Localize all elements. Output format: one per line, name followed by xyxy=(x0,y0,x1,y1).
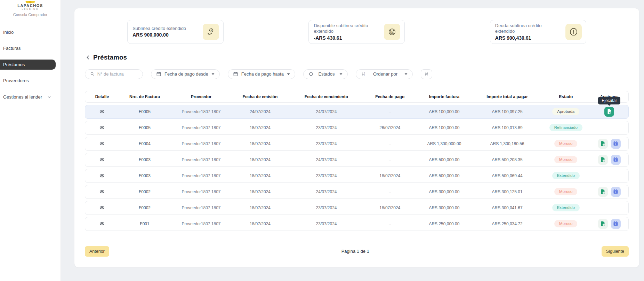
filter-date-to-button[interactable]: Fecha de pago hasta xyxy=(228,69,295,79)
calendar-plus-icon xyxy=(613,189,619,195)
table-header-cell: Importe factura xyxy=(416,94,473,99)
execute-loan-button[interactable] xyxy=(604,107,614,117)
status-badge: Moroso xyxy=(554,156,577,164)
execute-loan-button[interactable] xyxy=(598,187,608,197)
status-badge: Refinanciado xyxy=(549,124,582,132)
filter-date-from-label: Fecha de pago desde xyxy=(164,71,208,77)
search-input[interactable] xyxy=(97,71,138,77)
filter-sort-button[interactable]: az Ordenar por xyxy=(356,69,413,79)
total-amount: ARS 250,034.72 xyxy=(473,221,541,226)
total-amount: ARS 500,069.44 xyxy=(473,173,541,178)
filter-row: Fecha de pago desde Fecha de pago hasta … xyxy=(85,69,629,79)
filter-date-to-label: Fecha de pago hasta xyxy=(241,71,284,77)
extend-loan-button[interactable] xyxy=(611,139,621,149)
due-date: 24/07/2024 xyxy=(288,189,364,194)
table-header-cell: Fecha de emisión xyxy=(232,94,288,99)
view-detail-button[interactable] xyxy=(98,172,105,179)
sidebar-item-facturas[interactable]: Facturas xyxy=(0,43,56,53)
summary-card-title: Deuda sublínea crédito extendido xyxy=(495,23,558,34)
sidebar-item-proveedores[interactable]: Proveedores xyxy=(0,76,56,86)
table-header-cell: Estado xyxy=(541,94,590,99)
previous-page-button[interactable]: Anterior xyxy=(85,246,109,257)
invoice-search-field[interactable] xyxy=(85,69,143,79)
swap-vertical-icon xyxy=(424,71,429,77)
table-body: F0005Proveedor1807 180724/07/202424/07/2… xyxy=(85,105,629,231)
eye-icon xyxy=(99,173,105,178)
sidebar-item-inicio[interactable]: Inicio xyxy=(0,27,56,37)
view-detail-button[interactable] xyxy=(98,204,105,211)
document-check-icon xyxy=(600,157,606,163)
lapachos-flower-icon xyxy=(0,0,61,3)
payment-date: -- xyxy=(364,189,416,194)
payment-date: -- xyxy=(364,141,416,146)
provider-name: Proveedor1807 1807 xyxy=(170,141,232,146)
view-detail-button[interactable] xyxy=(98,108,105,115)
view-detail-button[interactable] xyxy=(98,124,105,131)
total-amount: ARS 300,041.67 xyxy=(473,205,541,210)
table-row: F0002Proveedor1807 180718/07/202423/07/2… xyxy=(85,201,629,215)
provider-name: Proveedor1807 1807 xyxy=(170,189,232,194)
sidebar: LAPACHOS LENDING Consola Comprador Inici… xyxy=(0,0,61,281)
extend-loan-button[interactable] xyxy=(611,155,621,165)
search-icon xyxy=(90,71,95,77)
issue-date: 18/07/2024 xyxy=(232,157,288,162)
execute-loan-button[interactable] xyxy=(598,219,608,229)
extend-loan-button[interactable] xyxy=(611,219,621,229)
caret-down-icon xyxy=(339,73,343,75)
document-check-icon xyxy=(600,189,606,195)
invoice-amount: ARS 250,000.00 xyxy=(416,221,473,226)
caret-down-icon xyxy=(211,73,215,75)
issue-date: 18/07/2024 xyxy=(232,205,288,210)
view-detail-button[interactable] xyxy=(98,156,105,163)
svg-text:$: $ xyxy=(211,29,212,32)
table-row: F0003Proveedor1807 180718/07/202424/07/2… xyxy=(85,153,629,167)
due-date: 23/07/2024 xyxy=(288,173,364,178)
invoice-number: F0003 xyxy=(119,157,170,162)
svg-text:$: $ xyxy=(392,30,393,33)
due-date: 24/07/2024 xyxy=(288,109,364,114)
calendar-plus-icon xyxy=(613,221,619,227)
extend-loan-button[interactable] xyxy=(611,187,621,197)
next-page-button[interactable]: Siguiente xyxy=(602,246,629,257)
execute-loan-button[interactable] xyxy=(598,155,608,165)
sidebar-item-gestiones-al-lender[interactable]: Gestiones al lender xyxy=(0,92,56,102)
invoice-number: F0004 xyxy=(119,141,170,146)
sidebar-item-label: Gestiones al lender xyxy=(3,94,42,100)
calendar-icon xyxy=(156,71,161,77)
sidebar-item-pr-stamos[interactable]: Préstamos xyxy=(0,60,56,70)
table-header-cell: Proveedor xyxy=(170,94,232,99)
logo: LAPACHOS LENDING xyxy=(0,0,61,10)
issue-date: 24/07/2024 xyxy=(232,109,288,114)
total-amount: ARS 500,208.35 xyxy=(473,157,541,162)
filter-states-button[interactable]: Estados xyxy=(303,69,348,79)
table-row: F0002Proveedor1807 180718/07/202424/07/2… xyxy=(85,185,629,199)
invoice-number: F0002 xyxy=(119,189,170,194)
page-indicator: Página 1 de 1 xyxy=(341,249,369,254)
eye-icon xyxy=(99,109,105,114)
due-date: 24/07/2024 xyxy=(288,157,364,162)
view-detail-button[interactable] xyxy=(98,220,105,227)
issue-date: 18/07/2024 xyxy=(232,125,288,130)
payment-date: -- xyxy=(364,157,416,162)
view-detail-button[interactable] xyxy=(98,140,105,147)
invoice-amount: ARS 100,000.00 xyxy=(416,125,473,130)
view-detail-button[interactable] xyxy=(98,188,105,195)
execute-loan-button[interactable] xyxy=(598,139,608,149)
filter-date-from-button[interactable]: Fecha de pago desde xyxy=(151,69,220,79)
provider-name: Proveedor1807 1807 xyxy=(170,221,232,226)
sidebar-nav: InicioFacturasPréstamosProveedoresGestio… xyxy=(0,21,61,102)
invoice-amount: ARS 500,000.00 xyxy=(416,157,473,162)
sidebar-item-label: Proveedores xyxy=(3,78,29,83)
total-amount: ARS 300,125.01 xyxy=(473,189,541,194)
back-chevron-icon[interactable] xyxy=(85,54,91,61)
console-label: Consola Comprador xyxy=(0,13,61,17)
invoice-amount: ARS 1,300,000.00 xyxy=(416,141,473,146)
table-header-cell: Detalle xyxy=(85,94,119,99)
provider-name: Proveedor1807 1807 xyxy=(170,109,232,114)
table-row: F0005Proveedor1807 180724/07/202424/07/2… xyxy=(85,105,629,119)
main-area: Sublínea crédito extendidoARS 900,000.00… xyxy=(61,0,644,281)
provider-name: Proveedor1807 1807 xyxy=(170,205,232,210)
eye-icon xyxy=(99,205,105,210)
sort-direction-toggle-button[interactable] xyxy=(421,69,432,79)
chevron-down-icon xyxy=(47,95,51,99)
